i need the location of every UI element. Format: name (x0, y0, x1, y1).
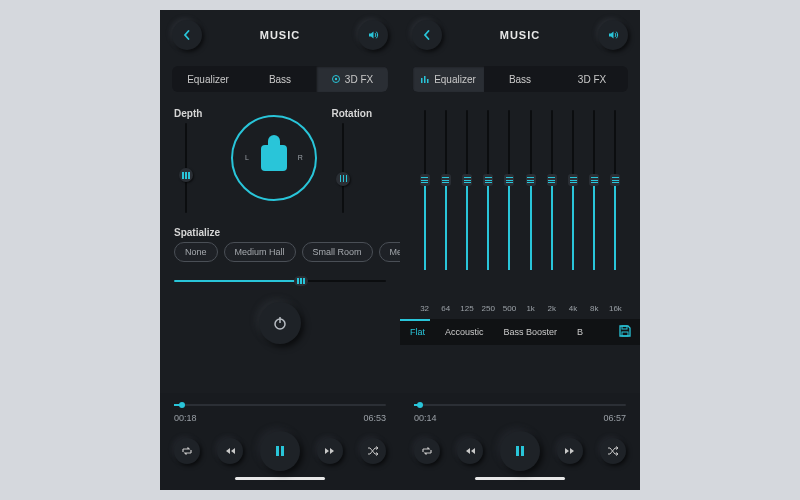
tab-3dfx[interactable]: 3D FX (316, 66, 388, 92)
eq-band[interactable] (520, 110, 541, 298)
freq-label: 32 (414, 304, 435, 313)
volume-icon (607, 29, 619, 41)
chevron-left-icon (422, 30, 432, 40)
tab-3dfx[interactable]: 3D FX (556, 66, 628, 92)
tab-equalizer[interactable]: Equalizer (412, 66, 484, 92)
tab-equalizer[interactable]: Equalizer (172, 66, 244, 92)
save-icon (618, 324, 632, 338)
freq-label: 4k (562, 304, 583, 313)
power-button[interactable] (259, 302, 301, 344)
spatialize-option[interactable]: Small Room (302, 242, 373, 262)
chevron-left-icon (182, 30, 192, 40)
eq-band[interactable] (562, 110, 583, 298)
back-button[interactable] (172, 20, 202, 50)
tab-label: 3D FX (345, 74, 373, 85)
equalizer-icon (420, 74, 430, 84)
page-title: MUSIC (500, 29, 540, 41)
pause-icon (273, 444, 287, 458)
preset-item[interactable]: Flat (400, 319, 435, 345)
home-indicator (235, 477, 325, 480)
save-preset-button[interactable] (618, 324, 634, 340)
freq-label: 16k (605, 304, 626, 313)
phone-3dfx: MUSIC Equalizer Bass 3D FX Depth L (160, 10, 400, 490)
next-button[interactable] (317, 438, 343, 464)
tab-bass[interactable]: Bass (244, 66, 316, 92)
eq-band[interactable] (584, 110, 605, 298)
preset-item[interactable]: Bass Booster (494, 319, 568, 345)
channel-l: L (245, 154, 249, 161)
eq-band[interactable] (605, 110, 626, 298)
eq-band[interactable] (414, 110, 435, 298)
forward-icon (324, 445, 336, 457)
tab-label: Bass (269, 74, 291, 85)
depth-label: Depth (174, 108, 202, 119)
eq-sliders (400, 102, 640, 302)
progress-bar[interactable] (174, 401, 386, 409)
time-row: 00:14 06:57 (414, 413, 626, 423)
tab-label: Equalizer (187, 74, 229, 85)
svg-rect-9 (622, 326, 627, 329)
preset-item[interactable]: Accoustic (435, 319, 494, 345)
spatialize-option[interactable]: None (174, 242, 218, 262)
depth-slider[interactable] (174, 123, 198, 213)
tab-label: 3D FX (578, 74, 606, 85)
tab-bass[interactable]: Bass (484, 66, 556, 92)
repeat-button[interactable] (414, 438, 440, 464)
spatialize-slider[interactable] (174, 276, 386, 286)
shuffle-button[interactable] (600, 438, 626, 464)
eq-band[interactable] (499, 110, 520, 298)
eq-presets: FlatAccousticBass BoosterB (400, 319, 640, 345)
freq-label: 8k (584, 304, 605, 313)
depth-column: Depth (174, 102, 216, 213)
freq-label: 64 (435, 304, 456, 313)
elapsed: 00:14 (414, 413, 437, 423)
freq-labels: 32641252505001k2k4k8k16k (400, 302, 640, 319)
home-indicator (475, 477, 565, 480)
player: 00:14 06:57 (400, 393, 640, 490)
rotation-label: Rotation (331, 108, 372, 119)
freq-label: 2k (541, 304, 562, 313)
volume-button[interactable] (358, 20, 388, 50)
eq-band[interactable] (541, 110, 562, 298)
repeat-icon (181, 445, 193, 457)
eq-band[interactable] (435, 110, 456, 298)
spatialize-option[interactable]: Med (379, 242, 400, 262)
freq-label: 250 (478, 304, 499, 313)
spatialize-option[interactable]: Medium Hall (224, 242, 296, 262)
next-button[interactable] (557, 438, 583, 464)
volume-icon (367, 29, 379, 41)
spatialize-options: NoneMedium HallSmall RoomMed (160, 242, 400, 262)
eq-band[interactable] (478, 110, 499, 298)
phone-equalizer: MUSIC Equalizer Bass 3D FX 3264125250500… (400, 10, 640, 490)
prev-button[interactable] (217, 438, 243, 464)
total: 06:53 (363, 413, 386, 423)
freq-label: 125 (456, 304, 477, 313)
play-pause-button[interactable] (500, 431, 540, 471)
shuffle-icon (367, 445, 379, 457)
controls (174, 431, 386, 471)
eq-band[interactable] (456, 110, 477, 298)
repeat-icon (421, 445, 433, 457)
svg-point-1 (335, 78, 337, 80)
shuffle-button[interactable] (360, 438, 386, 464)
tab-label: Equalizer (434, 74, 476, 85)
repeat-button[interactable] (174, 438, 200, 464)
svg-rect-11 (516, 446, 519, 456)
page-title: MUSIC (260, 29, 300, 41)
tabs: Equalizer Bass 3D FX (172, 66, 388, 92)
player: 00:18 06:53 (160, 393, 400, 490)
tabs: Equalizer Bass 3D FX (412, 66, 628, 92)
forward-icon (564, 445, 576, 457)
elapsed: 00:18 (174, 413, 197, 423)
total: 06:57 (603, 413, 626, 423)
rotation-column: Rotation (331, 102, 386, 213)
prev-button[interactable] (457, 438, 483, 464)
svg-rect-8 (427, 79, 429, 83)
play-pause-button[interactable] (260, 431, 300, 471)
volume-button[interactable] (598, 20, 628, 50)
back-button[interactable] (412, 20, 442, 50)
preset-item[interactable]: B (567, 319, 593, 345)
progress-bar[interactable] (414, 401, 626, 409)
rotation-slider[interactable] (331, 123, 355, 213)
freq-label: 500 (499, 304, 520, 313)
